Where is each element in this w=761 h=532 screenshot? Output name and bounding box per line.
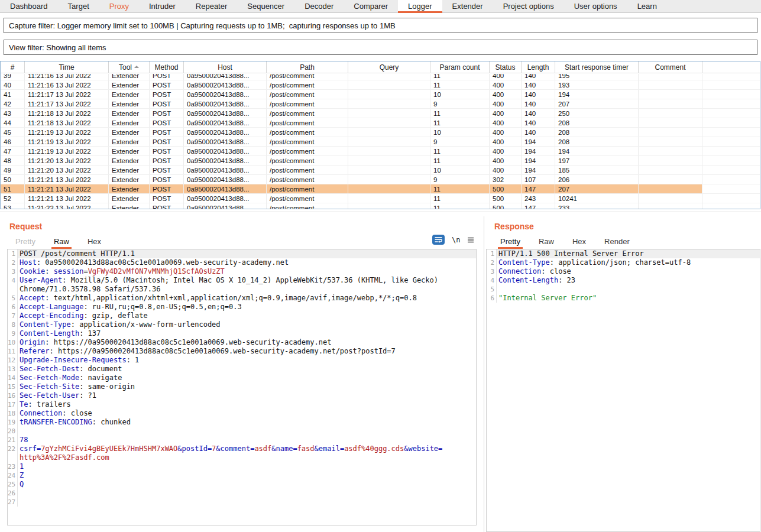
response-tab-pretty[interactable]: Pretty: [499, 235, 522, 248]
cell-status: 400: [490, 147, 522, 155]
table-row[interactable]: 4511:21:19 13 Jul 2022ExtenderPOST0a9500…: [1, 128, 760, 137]
column-header-status[interactable]: Status: [490, 61, 522, 73]
cell-start-response-timer: 208: [555, 137, 639, 146]
cell-method: POST: [150, 175, 184, 184]
table-row[interactable]: 3911:21:16 13 Jul 2022ExtenderPOST0a9500…: [1, 74, 760, 80]
menu-tab-target[interactable]: Target: [58, 0, 99, 12]
menu-tab-learn[interactable]: Learn: [627, 0, 667, 12]
editor-line: 4Content-Length: 23: [487, 276, 760, 285]
text-segment: application/json; charset=utf-8: [558, 258, 691, 267]
cell-host: 0a9500020413d88...: [184, 80, 267, 89]
cell-start-response-timer: 233: [555, 203, 639, 209]
cell-status: 400: [490, 137, 522, 146]
cell-query: [348, 90, 430, 99]
table-splitter[interactable]: [0, 212, 761, 212]
column-header-length[interactable]: Length: [522, 61, 555, 73]
line-text: tRANSFER-ENCODING: chunked: [18, 418, 476, 427]
column-header-host[interactable]: Host: [184, 61, 267, 73]
menu-tab-extender[interactable]: Extender: [442, 0, 493, 12]
editor-line: 2Content-Type: application/json; charset…: [487, 258, 760, 267]
cell-: 41: [1, 90, 25, 99]
table-row[interactable]: 5211:21:21 13 Jul 2022ExtenderPOST0a9500…: [1, 194, 760, 203]
editor-menu-icon[interactable]: [467, 237, 474, 243]
menu-tab-user-options[interactable]: User options: [564, 0, 627, 12]
menu-tab-repeater[interactable]: Repeater: [186, 0, 237, 12]
cell-length: 140: [522, 80, 555, 89]
table-row[interactable]: 4811:21:20 13 Jul 2022ExtenderPOST0a9500…: [1, 156, 760, 166]
column-header-[interactable]: #: [1, 61, 25, 73]
cell-method: POST: [150, 137, 184, 146]
line-number: 8: [8, 320, 18, 329]
response-tab-render[interactable]: Render: [603, 235, 631, 248]
column-header-query[interactable]: Query: [348, 61, 430, 73]
line-text: Accept-Encoding: gzip, deflate: [18, 312, 476, 320]
text-segment: :: [28, 400, 36, 408]
column-header-time[interactable]: Time: [25, 61, 109, 73]
text-segment: :: [541, 267, 549, 275]
text-segment: &website=: [404, 445, 442, 453]
table-row[interactable]: 4711:21:19 13 Jul 2022ExtenderPOST0a9500…: [1, 147, 760, 156]
menu-tab-comparer[interactable]: Comparer: [344, 0, 398, 12]
cell-host: 0a9500020413d88...: [184, 147, 267, 155]
request-response-divider[interactable]: [484, 216, 484, 532]
table-row[interactable]: 4411:21:18 13 Jul 2022ExtenderPOST0a9500…: [1, 118, 760, 128]
line-text: Content-Length: 137: [18, 329, 476, 338]
cell-param-count: 11: [430, 203, 490, 209]
column-header-start-response-timer[interactable]: Start response timer: [555, 61, 639, 73]
line-number: 25: [8, 480, 18, 489]
column-header-param-count[interactable]: Param count: [430, 61, 490, 73]
capture-filter-bar[interactable]: Capture filter: Logger memory limit set …: [4, 18, 757, 33]
column-label: Time: [59, 63, 74, 72]
text-segment: :: [92, 418, 101, 426]
column-header-path[interactable]: Path: [267, 61, 348, 73]
editor-line: 8Content-Type: application/x-www-form-ur…: [8, 320, 476, 329]
response-editor[interactable]: 1HTTP/1.1 500 Internal Server Error2Cont…: [486, 249, 760, 532]
show-newlines-toggle[interactable]: \n: [452, 236, 460, 244]
table-row[interactable]: 4911:21:20 13 Jul 2022ExtenderPOST0a9500…: [1, 166, 760, 175]
text-segment: :: [45, 294, 53, 302]
line-text: [18, 427, 476, 436]
table-row[interactable]: 4111:21:17 13 Jul 2022ExtenderPOST0a9500…: [1, 90, 760, 99]
column-header-tool[interactable]: Tool: [109, 61, 150, 73]
cell-filler: [702, 80, 760, 89]
menu-tab-proxy[interactable]: Proxy: [99, 0, 139, 12]
capture-filter-text: Capture filter: Logger memory limit set …: [9, 21, 396, 30]
menu-tab-intruder[interactable]: Intruder: [139, 0, 186, 12]
request-editor[interactable]: 1POST /post/comment HTTP/1.12Host: 0a950…: [7, 249, 477, 525]
request-tab-raw[interactable]: Raw: [53, 235, 70, 248]
request-tab-hex[interactable]: Hex: [86, 235, 102, 248]
column-header-comment[interactable]: Comment: [639, 61, 702, 73]
column-header-method[interactable]: Method: [150, 61, 184, 73]
cell-query: [348, 166, 430, 174]
cell-param-count: 10: [430, 166, 490, 174]
view-filter-bar[interactable]: View filter: Showing all items: [4, 40, 757, 55]
cell-path: /post/comment: [267, 109, 348, 118]
log-table-header: #TimeToolMethodHostPathQueryParam countS…: [1, 61, 760, 73]
menu-tab-dashboard[interactable]: Dashboard: [0, 0, 58, 12]
menu-tab-decoder[interactable]: Decoder: [294, 0, 344, 12]
text-segment: Accept: [20, 294, 45, 302]
table-row[interactable]: 5011:21:21 13 Jul 2022ExtenderPOST0a9500…: [1, 175, 760, 184]
line-text: POST /post/comment HTTP/1.1: [18, 249, 476, 258]
table-row[interactable]: 5311:21:22 13 Jul 2022ExtenderPOST0a9500…: [1, 203, 760, 209]
table-row[interactable]: 4211:21:17 13 Jul 2022ExtenderPOST0a9500…: [1, 99, 760, 109]
cell-query: [348, 203, 430, 209]
cell-host: 0a9500020413d88...: [184, 194, 267, 203]
cell-query: [348, 118, 430, 127]
word-wrap-button[interactable]: [432, 235, 445, 245]
text-segment: POST /post/comment HTTP/1.1: [20, 249, 135, 258]
response-tab-raw[interactable]: Raw: [537, 235, 555, 248]
table-row[interactable]: 4311:21:18 13 Jul 2022ExtenderPOST0a9500…: [1, 109, 760, 118]
response-tab-hex[interactable]: Hex: [571, 235, 587, 248]
cell-time: 11:21:16 13 Jul 2022: [25, 80, 109, 89]
menu-tab-sequencer[interactable]: Sequencer: [237, 0, 294, 12]
table-row[interactable]: 4011:21:16 13 Jul 2022ExtenderPOST0a9500…: [1, 80, 760, 90]
table-row[interactable]: 4611:21:19 13 Jul 2022ExtenderPOST0a9500…: [1, 137, 760, 147]
table-row[interactable]: 5111:21:21 13 Jul 2022ExtenderPOST0a9500…: [1, 184, 760, 194]
text-segment: :: [83, 312, 92, 320]
menu-tab-project-options[interactable]: Project options: [493, 0, 564, 12]
cell-path: /post/comment: [267, 90, 348, 99]
menu-tab-logger[interactable]: Logger: [398, 0, 442, 12]
cell-time: 11:21:21 13 Jul 2022: [25, 194, 109, 203]
line-text: [18, 489, 476, 498]
